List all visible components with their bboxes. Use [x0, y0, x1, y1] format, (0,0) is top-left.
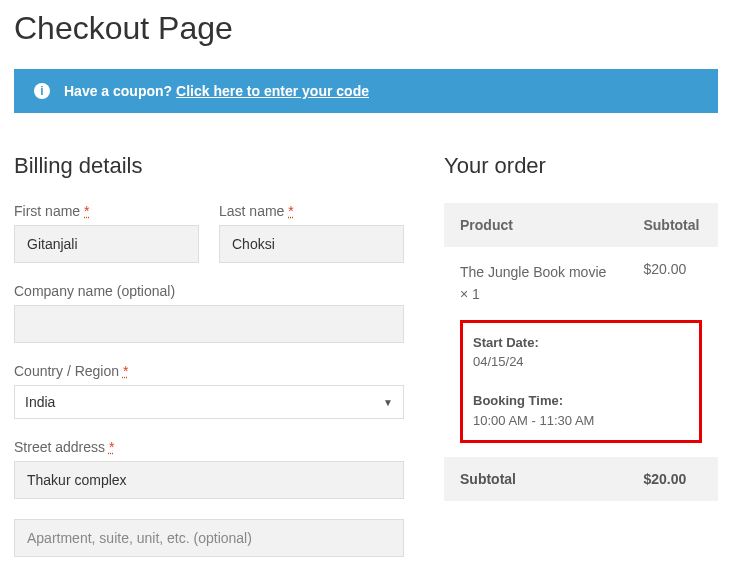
subtotal-value: $20.00 — [627, 457, 718, 501]
country-value: India — [25, 394, 55, 410]
product-name: The Jungle Book movie × 1 — [460, 261, 611, 306]
product-price: $20.00 — [627, 247, 718, 320]
subtotal-row: Subtotal $20.00 — [444, 457, 718, 501]
table-row: The Jungle Book movie × 1 $20.00 — [444, 247, 718, 320]
company-field[interactable] — [14, 305, 404, 343]
company-label: Company name (optional) — [14, 283, 404, 299]
table-header-row: Product Subtotal — [444, 203, 718, 247]
country-select[interactable]: India ▼ — [14, 385, 404, 419]
order-heading: Your order — [444, 153, 718, 179]
start-date-value: 04/15/24 — [473, 354, 524, 369]
first-name-field[interactable] — [14, 225, 199, 263]
header-product: Product — [444, 203, 627, 247]
street-label: Street address * — [14, 439, 404, 455]
coupon-banner: i Have a coupon? Click here to enter you… — [14, 69, 718, 113]
table-row: Start Date: 04/15/24 Booking Time: 10:00… — [444, 320, 718, 458]
booking-time-label: Booking Time: — [473, 393, 563, 408]
booking-details-box: Start Date: 04/15/24 Booking Time: 10:00… — [460, 320, 702, 444]
start-date-label: Start Date: — [473, 335, 539, 350]
street-field[interactable] — [14, 461, 404, 499]
apartment-field[interactable] — [14, 519, 404, 557]
header-subtotal: Subtotal — [627, 203, 718, 247]
coupon-link[interactable]: Click here to enter your code — [176, 83, 369, 99]
billing-heading: Billing details — [14, 153, 404, 179]
chevron-down-icon: ▼ — [383, 397, 393, 408]
info-icon: i — [34, 83, 50, 99]
first-name-label: First name * — [14, 203, 199, 219]
page-title: Checkout Page — [14, 10, 718, 47]
country-label: Country / Region * — [14, 363, 404, 379]
coupon-prompt: Have a coupon? — [64, 83, 176, 99]
last-name-field[interactable] — [219, 225, 404, 263]
subtotal-label: Subtotal — [444, 457, 627, 501]
booking-time-value: 10:00 AM - 11:30 AM — [473, 413, 594, 428]
order-table: Product Subtotal The Jungle Book movie ×… — [444, 203, 718, 501]
last-name-label: Last name * — [219, 203, 404, 219]
